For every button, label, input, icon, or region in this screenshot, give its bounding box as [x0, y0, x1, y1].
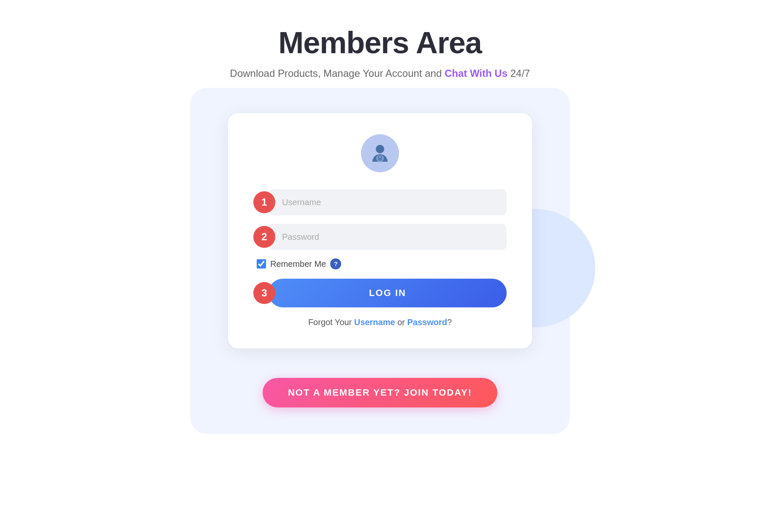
join-today-button[interactable]: NOT A MEMBER YET? JOIN TODAY! [263, 378, 497, 407]
join-button-wrapper: NOT A MEMBER YET? JOIN TODAY! [263, 378, 497, 407]
login-button[interactable]: LOG IN [269, 279, 507, 307]
svg-point-3 [380, 159, 381, 160]
svg-point-0 [376, 145, 384, 153]
forgot-text-after: ? [447, 318, 452, 327]
password-row: 2 [253, 224, 507, 250]
remember-me-label: Remember Me [270, 259, 326, 269]
step-1-badge: 1 [253, 191, 275, 213]
subtitle-247: 24/7 [510, 68, 530, 79]
step-3-badge: 3 [253, 282, 275, 304]
remember-me-row: Remember Me ? [253, 258, 507, 269]
username-row: 1 [253, 189, 507, 215]
forgot-password-link[interactable]: Password [407, 318, 447, 327]
avatar [361, 134, 399, 172]
chat-with-us-link[interactable]: Chat With Us [445, 68, 508, 79]
forgot-text-middle: or [397, 318, 405, 327]
username-input[interactable] [269, 189, 507, 215]
forgot-credentials-row: Forgot Your Username or Password? [308, 318, 452, 327]
step-2-badge: 2 [253, 226, 275, 248]
user-lock-icon [369, 142, 391, 164]
password-input[interactable] [269, 224, 507, 250]
help-icon[interactable]: ? [330, 258, 341, 269]
login-card-container: 1 2 Remember Me ? 3 LOG IN Forgot Your [215, 100, 545, 361]
forgot-text-before: Forgot Your [308, 318, 352, 327]
remember-me-checkbox[interactable] [257, 259, 266, 269]
page-title: Members Area [278, 25, 482, 60]
forgot-username-link[interactable]: Username [354, 318, 395, 327]
login-row: 3 LOG IN [253, 279, 507, 307]
subtitle-text-before: Download Products, Manage Your Account a… [230, 68, 442, 79]
page-subtitle: Download Products, Manage Your Account a… [230, 68, 530, 79]
login-form-card: 1 2 Remember Me ? 3 LOG IN Forgot Your [228, 113, 532, 348]
